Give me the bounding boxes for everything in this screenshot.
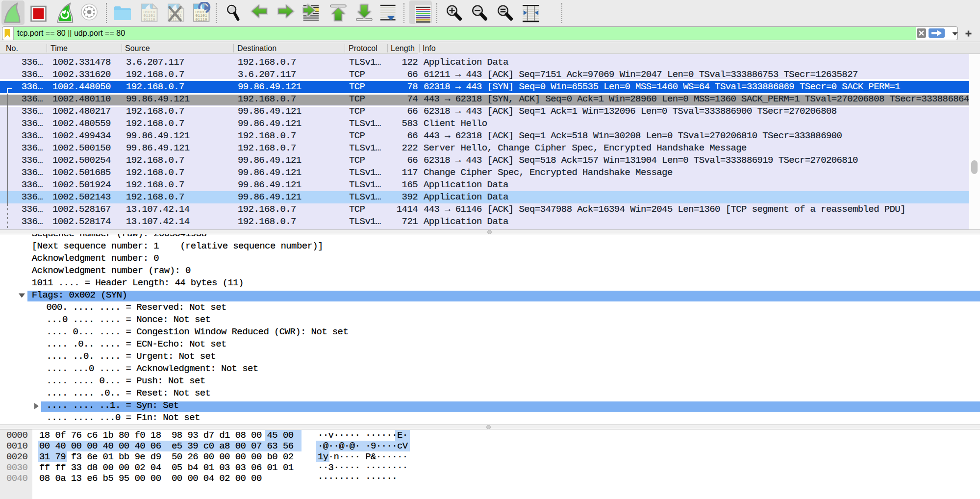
svg-text:01110: 01110: [196, 17, 207, 22]
svg-text:01110: 01110: [144, 17, 155, 22]
